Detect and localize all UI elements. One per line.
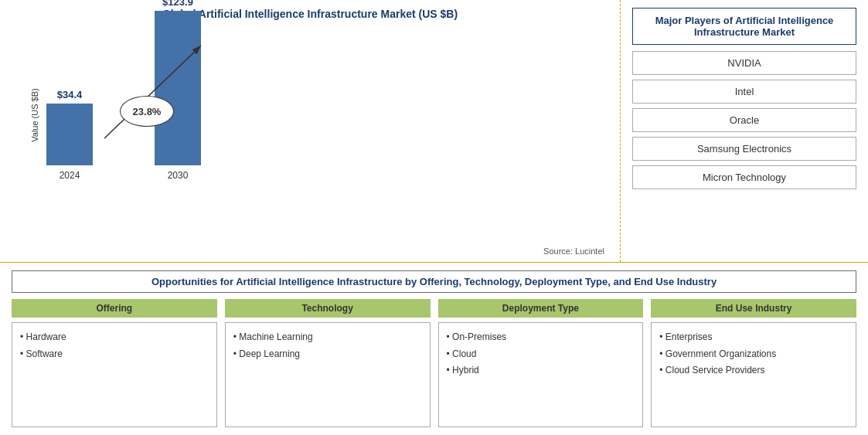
deployment-content: On-Premises Cloud Hybrid (438, 322, 644, 427)
major-players-title: Major Players of Artificial Intelligence… (632, 8, 856, 45)
category-deployment: Deployment Type On-Premises Cloud Hybrid (438, 299, 644, 427)
chart-inner: Value (US $B) $34.4 2024 $123.9 2030 (15, 26, 604, 204)
offering-item-hardware: Hardware (20, 329, 209, 346)
bar-2024 (46, 104, 93, 165)
main-container: Global Artificial Intelligence Infrastru… (0, 0, 868, 435)
player-oracle: Oracle (632, 108, 856, 132)
offering-header: Offering (12, 299, 217, 318)
category-enduse: End Use Industry Enterprises Government … (651, 299, 856, 427)
offering-content: Hardware Software (12, 322, 217, 427)
deploy-item-onprem: On-Premises (447, 329, 635, 346)
chart-title: Global Artificial Intelligence Infrastru… (15, 8, 604, 20)
enduse-header: End Use Industry (651, 299, 856, 318)
bar-label-2024: 2024 (60, 170, 80, 181)
category-technology: Technology Machine Learning Deep Learnin… (225, 299, 431, 427)
technology-content: Machine Learning Deep Learning (225, 322, 431, 427)
deploy-item-cloud: Cloud (447, 346, 635, 363)
y-axis-label: Value (US $B) (30, 88, 39, 142)
deployment-header: Deployment Type (438, 299, 644, 318)
tech-item-ml: Machine Learning (233, 329, 422, 346)
bar-value-2030: $123.9 (162, 0, 193, 8)
enduse-item-govt: Government Organizations (659, 346, 848, 363)
cagr-value: 23.8% (133, 106, 162, 117)
bars-container: $34.4 2024 $123.9 2030 (46, 26, 201, 204)
bottom-section: Opportunities for Artificial Intelligenc… (0, 263, 868, 435)
opportunities-title: Opportunities for Artificial Intelligenc… (12, 270, 856, 293)
bar-value-2024: $34.4 (57, 89, 83, 100)
enduse-item-enterprises: Enterprises (659, 329, 848, 346)
bar-group-2030: $123.9 2030 (155, 0, 201, 181)
enduse-content: Enterprises Government Organizations Clo… (651, 322, 856, 427)
bar-group-2024: $34.4 2024 (46, 89, 93, 181)
offering-item-software: Software (20, 346, 209, 363)
technology-header: Technology (225, 299, 431, 318)
bar-2030 (155, 11, 201, 165)
player-nvidia: NVIDIA (632, 51, 856, 75)
bar-label-2030: 2030 (168, 170, 189, 181)
categories-row: Offering Hardware Software Technology Ma… (12, 299, 856, 427)
player-samsung: Samsung Electronics (632, 137, 856, 161)
top-section: Global Artificial Intelligence Infrastru… (0, 0, 868, 263)
tech-item-dl: Deep Learning (233, 346, 422, 363)
enduse-item-csp: Cloud Service Providers (659, 362, 848, 379)
player-intel: Intel (632, 80, 856, 104)
player-micron: Micron Technology (632, 165, 856, 189)
source-text: Source: Lucintel (543, 246, 604, 256)
category-offering: Offering Hardware Software (12, 299, 217, 427)
chart-area: Global Artificial Intelligence Infrastru… (0, 0, 621, 262)
deploy-item-hybrid: Hybrid (447, 362, 635, 379)
cagr-bubble: 23.8% (120, 96, 174, 127)
right-panel: Major Players of Artificial Intelligence… (621, 0, 868, 262)
